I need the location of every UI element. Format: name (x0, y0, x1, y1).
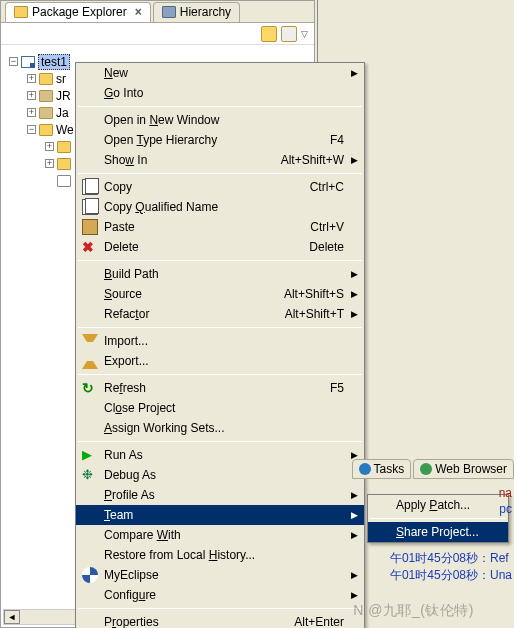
copy-icon (82, 199, 98, 215)
menu-restore-history[interactable]: Restore from Local History... (76, 545, 364, 565)
submenu-apply-patch[interactable]: Apply Patch... (368, 495, 508, 515)
separator (78, 106, 362, 107)
folder-icon (57, 141, 71, 153)
folder-icon (39, 73, 53, 85)
menu-assign-working-sets[interactable]: Assign Working Sets... (76, 418, 364, 438)
menu-close-project[interactable]: Close Project (76, 398, 364, 418)
team-submenu: Apply Patch... Share Project... (367, 494, 509, 543)
menu-run-as[interactable]: ▶Run As▶ (76, 445, 364, 465)
view-toolbar: ▽ (1, 23, 314, 45)
menu-paste[interactable]: PasteCtrl+V (76, 217, 364, 237)
menu-source[interactable]: SourceAlt+Shift+S▶ (76, 284, 364, 304)
watermark-text: N @九耶_(钛伦特) (353, 602, 474, 620)
collapse-toggle[interactable]: − (9, 57, 18, 66)
separator (78, 374, 362, 375)
menu-go-into[interactable]: Go Into (76, 83, 364, 103)
import-icon (82, 334, 98, 350)
library-icon (39, 107, 53, 119)
scroll-left-icon[interactable]: ◄ (4, 610, 20, 624)
debug-icon: ❉ (82, 467, 98, 483)
submenu-share-project[interactable]: Share Project... (368, 522, 508, 542)
view-menu-icon[interactable]: ▽ (301, 29, 308, 39)
separator (78, 173, 362, 174)
menu-import[interactable]: Import... (76, 331, 364, 351)
view-tabs: Package Explorer × Hierarchy (1, 1, 314, 23)
menu-properties[interactable]: PropertiesAlt+Enter (76, 612, 364, 628)
globe-icon (420, 463, 432, 475)
menu-myeclipse[interactable]: MyEclipse▶ (76, 565, 364, 585)
node-label: We (56, 123, 74, 137)
folder-icon (39, 124, 53, 136)
menu-show-in[interactable]: Show InAlt+Shift+W▶ (76, 150, 364, 170)
menu-profile-as[interactable]: Profile As▶ (76, 485, 364, 505)
separator (78, 608, 362, 609)
menu-configure[interactable]: Configure▶ (76, 585, 364, 605)
refresh-icon: ↻ (82, 380, 98, 396)
tab-hierarchy[interactable]: Hierarchy (153, 2, 240, 22)
close-icon[interactable]: × (135, 5, 142, 19)
menu-export[interactable]: Export... (76, 351, 364, 371)
delete-icon: ✖ (82, 239, 98, 255)
context-menu: New▶ Go Into Open in New Window Open Typ… (75, 62, 365, 628)
run-icon: ▶ (82, 447, 98, 463)
node-label: JR (56, 89, 71, 103)
menu-copy[interactable]: CopyCtrl+C (76, 177, 364, 197)
separator (78, 441, 362, 442)
tab-label: Web Browser (435, 462, 507, 476)
folder-icon (57, 158, 71, 170)
menu-copy-qualified[interactable]: Copy Qualified Name (76, 197, 364, 217)
menu-open-new-window[interactable]: Open in New Window (76, 110, 364, 130)
tab-package-explorer[interactable]: Package Explorer × (5, 2, 151, 22)
console-fragment: na (499, 486, 512, 500)
package-icon (14, 6, 28, 18)
menu-refresh[interactable]: ↻RefreshF5 (76, 378, 364, 398)
console-line: 午01时45分08秒：Ref (390, 550, 512, 567)
tab-tasks[interactable]: Tasks (352, 459, 412, 479)
bottom-tabs: Tasks Web Browser (350, 459, 515, 479)
paste-icon (82, 219, 98, 235)
project-icon (21, 56, 35, 68)
tasks-icon (359, 463, 371, 475)
menu-compare-with[interactable]: Compare With▶ (76, 525, 364, 545)
menu-team[interactable]: Team▶ (76, 505, 364, 525)
library-icon (39, 90, 53, 102)
link-icon[interactable] (281, 26, 297, 42)
console-fragment: pc (499, 502, 512, 516)
console-output: 午01时45分08秒：Ref 午01时45分08秒：Una (390, 550, 512, 584)
tab-label: Hierarchy (180, 5, 231, 19)
tab-web-browser[interactable]: Web Browser (413, 459, 514, 479)
submenu-arrow-icon: ▶ (351, 68, 358, 78)
separator (78, 260, 362, 261)
menu-delete[interactable]: ✖DeleteDelete (76, 237, 364, 257)
separator (370, 518, 506, 519)
console-line: 午01时45分08秒：Una (390, 567, 512, 584)
menu-build-path[interactable]: Build Path▶ (76, 264, 364, 284)
menu-refactor[interactable]: RefactorAlt+Shift+T▶ (76, 304, 364, 324)
node-label: Ja (56, 106, 69, 120)
tab-label: Package Explorer (32, 5, 127, 19)
export-icon (82, 353, 98, 369)
menu-debug-as[interactable]: ❉Debug As▶ (76, 465, 364, 485)
copy-icon (82, 179, 98, 195)
node-label: sr (56, 72, 66, 86)
file-icon (57, 175, 71, 187)
menu-new[interactable]: New▶ (76, 63, 364, 83)
project-label[interactable]: test1 (38, 54, 70, 70)
tab-label: Tasks (374, 462, 405, 476)
collapse-icon[interactable] (261, 26, 277, 42)
separator (78, 327, 362, 328)
hierarchy-icon (162, 6, 176, 18)
menu-open-type-hierarchy[interactable]: Open Type HierarchyF4 (76, 130, 364, 150)
myeclipse-icon (82, 567, 98, 583)
